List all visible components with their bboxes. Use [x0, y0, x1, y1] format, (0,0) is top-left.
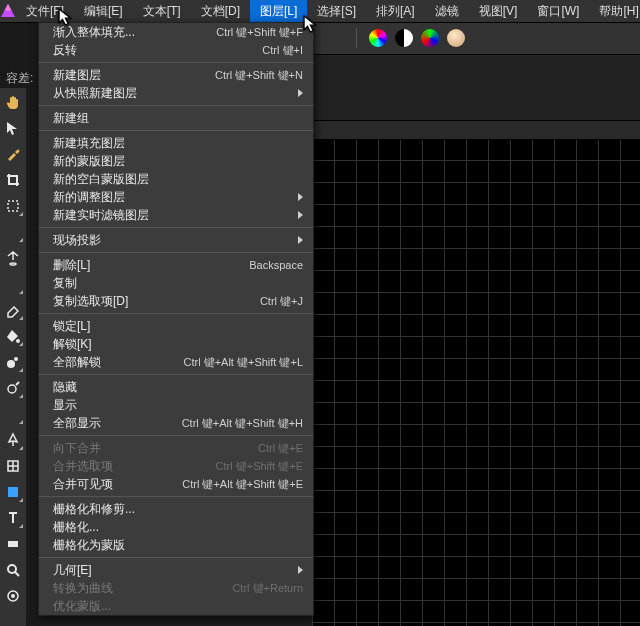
menu-item-0[interactable]: 渐入整体填充...Ctrl 键+Shift 键+F — [39, 23, 313, 41]
erase-tool[interactable] — [3, 300, 23, 320]
menu-item-shortcut: Ctrl 键+Alt 键+Shift 键+E — [182, 477, 303, 492]
tool-flyout-indicator — [19, 342, 23, 346]
menu-0[interactable]: 文件[F] — [16, 0, 74, 22]
menu-item-label: 新建实时滤镜图层 — [53, 207, 292, 224]
clone-tool[interactable] — [3, 352, 23, 372]
menu-item-9[interactable]: 新的蒙版图层 — [39, 152, 313, 170]
shape-tool[interactable] — [3, 482, 23, 502]
menu-item-1[interactable]: 反转Ctrl 键+I — [39, 41, 313, 59]
zoom-tool[interactable] — [3, 560, 23, 580]
menu-item-8[interactable]: 新建填充图层 — [39, 134, 313, 152]
dodge-tool[interactable] — [3, 378, 23, 398]
menu-7[interactable]: 滤镜 — [425, 0, 469, 22]
view-tool[interactable] — [3, 586, 23, 606]
menu-item-label: 新建图层 — [53, 67, 215, 84]
menu-item-12[interactable]: 新建实时滤镜图层 — [39, 206, 313, 224]
toolbar-separator — [356, 28, 357, 48]
menu-separator — [39, 62, 313, 63]
menu-item-label: 复制 — [53, 275, 303, 292]
paint-brush-tool[interactable] — [3, 274, 23, 294]
flood-select-tool[interactable] — [3, 248, 23, 268]
text-tool[interactable] — [3, 508, 23, 528]
menu-item-16[interactable]: 删除[L]Backspace — [39, 256, 313, 274]
menu-item-33[interactable]: 栅格化... — [39, 518, 313, 536]
menu-item-36[interactable]: 几何[E] — [39, 561, 313, 579]
menu-item-24[interactable]: 隐藏 — [39, 378, 313, 396]
menu-10[interactable]: 帮助[H] — [589, 0, 640, 22]
menu-item-label: 从快照新建图层 — [53, 85, 292, 102]
menu-item-6[interactable]: 新建组 — [39, 109, 313, 127]
menu-item-label: 优化蒙版... — [53, 598, 303, 615]
menu-item-label: 隐藏 — [53, 379, 303, 396]
menu-item-11[interactable]: 新的调整图层 — [39, 188, 313, 206]
menu-separator — [39, 313, 313, 314]
tolerance-label: 容差: — [6, 70, 33, 87]
marquee-tool[interactable] — [3, 196, 23, 216]
color-wheel-icon[interactable] — [369, 29, 387, 47]
menu-item-10[interactable]: 新的空白蒙版图层 — [39, 170, 313, 188]
menu-item-label: 现场投影 — [53, 232, 292, 249]
submenu-arrow-icon — [298, 89, 303, 97]
submenu-arrow-icon — [298, 211, 303, 219]
rgb-icon[interactable] — [421, 29, 439, 47]
menu-3[interactable]: 文档[D] — [191, 0, 250, 22]
menu-2[interactable]: 文本[T] — [133, 0, 191, 22]
menu-item-label: 渐入整体填充... — [53, 24, 216, 41]
hand-tool[interactable] — [3, 92, 23, 112]
skin-tone-icon[interactable] — [447, 29, 465, 47]
menu-5[interactable]: 选择[S] — [307, 0, 366, 22]
menu-item-3[interactable]: 新建图层Ctrl 键+Shift 键+N — [39, 66, 313, 84]
gradient-tool[interactable] — [3, 534, 23, 554]
menu-item-34[interactable]: 栅格化为蒙版 — [39, 536, 313, 554]
menu-item-label: 新的蒙版图层 — [53, 153, 303, 170]
menu-item-label: 合并选取项 — [53, 458, 216, 475]
app-icon — [0, 0, 16, 22]
mesh-tool[interactable] — [3, 456, 23, 476]
menu-1[interactable]: 编辑[E] — [74, 0, 133, 22]
tool-flyout-indicator — [19, 420, 23, 424]
menu-item-25[interactable]: 显示 — [39, 396, 313, 414]
color-picker-tool[interactable] — [3, 144, 23, 164]
menu-item-22[interactable]: 全部解锁Ctrl 键+Alt 键+Shift 键+L — [39, 353, 313, 371]
smudge-tool[interactable] — [3, 404, 23, 424]
tool-flyout-indicator — [19, 446, 23, 450]
tool-flyout-indicator — [19, 238, 23, 242]
menu-8[interactable]: 视图[V] — [469, 0, 528, 22]
menu-9[interactable]: 窗口[W] — [527, 0, 589, 22]
menu-item-20[interactable]: 锁定[L] — [39, 317, 313, 335]
menu-item-label: 显示 — [53, 397, 303, 414]
crop-tool[interactable] — [3, 170, 23, 190]
tool-flyout-indicator — [19, 290, 23, 294]
menubar: 文件[F]编辑[E]文本[T]文档[D]图层[L]选择[S]排列[A]滤镜视图[… — [0, 0, 640, 23]
menu-item-30[interactable]: 合并可见项Ctrl 键+Alt 键+Shift 键+E — [39, 475, 313, 493]
menu-separator — [39, 130, 313, 131]
menu-item-shortcut: Ctrl 键+E — [258, 441, 303, 456]
grayscale-icon[interactable] — [395, 29, 413, 47]
tool-flyout-indicator — [19, 316, 23, 320]
svg-marker-1 — [5, 4, 12, 11]
menu-6[interactable]: 排列[A] — [366, 0, 425, 22]
lasso-tool[interactable] — [3, 222, 23, 242]
menu-item-label: 栅格化... — [53, 519, 303, 536]
menu-item-18[interactable]: 复制选取项[D]Ctrl 键+J — [39, 292, 313, 310]
menu-4[interactable]: 图层[L] — [250, 0, 307, 22]
menu-item-14[interactable]: 现场投影 — [39, 231, 313, 249]
menu-item-label: 新建填充图层 — [53, 135, 303, 152]
menu-item-label: 几何[E] — [53, 562, 292, 579]
menu-separator — [39, 105, 313, 106]
tool-flyout-indicator — [19, 212, 23, 216]
menu-item-32[interactable]: 栅格化和修剪... — [39, 500, 313, 518]
menu-item-label: 锁定[L] — [53, 318, 303, 335]
menu-item-label: 合并可见项 — [53, 476, 182, 493]
move-tool[interactable] — [3, 118, 23, 138]
svg-point-10 — [11, 594, 15, 598]
menu-item-17[interactable]: 复制 — [39, 274, 313, 292]
menu-item-label: 向下合并 — [53, 440, 258, 457]
fill-tool[interactable] — [3, 326, 23, 346]
menu-item-26[interactable]: 全部显示Ctrl 键+Alt 键+Shift 键+H — [39, 414, 313, 432]
pen-tool[interactable] — [3, 430, 23, 450]
canvas-grid[interactable] — [312, 138, 640, 626]
tool-flyout-indicator — [19, 498, 23, 502]
menu-item-4[interactable]: 从快照新建图层 — [39, 84, 313, 102]
menu-item-21[interactable]: 解锁[K] — [39, 335, 313, 353]
